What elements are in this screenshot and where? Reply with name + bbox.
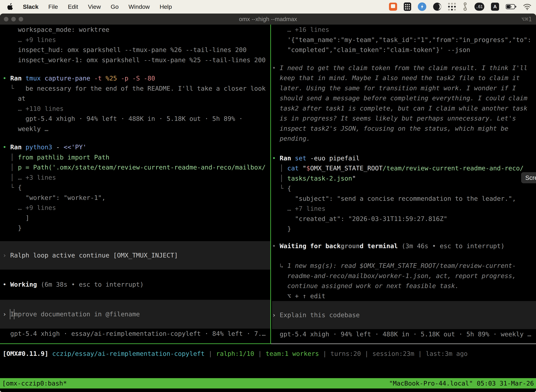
- terminal-line: inspect_hud: omx sparkshell --tmux-pane …: [3, 45, 270, 55]
- terminal-line: later. Using the same for transition mig…: [272, 83, 536, 93]
- terminal-line: task2 after task1 is complete, but can I…: [272, 103, 536, 113]
- wifi-icon[interactable]: [523, 3, 531, 10]
- terminal-line: inspect task2's JSON, focusing on the st…: [272, 123, 536, 134]
- spacer: [3, 65, 270, 73]
- terminal-line: │ from pathlib import Path: [3, 152, 270, 163]
- terminal-line: "created_at": "2026-03-31T11:59:27.816Z": [272, 214, 536, 224]
- active-pane-border: [0, 343, 271, 344]
- squiggle-icon[interactable]: [463, 2, 468, 11]
- ralph-loop-banner: › Ralph loop active continue [OMX_TMUX_I…: [0, 241, 270, 270]
- menu-item-edit[interactable]: Edit: [68, 3, 78, 10]
- terminal-line: … +7 lines: [272, 204, 536, 214]
- window-title-bar: omx --xhigh --madmax ⌥⌘1: [0, 14, 536, 25]
- session-status-line: gpt-5.4 xhigh · 94% left · 488K in · 5.1…: [272, 329, 536, 339]
- menu-item-help[interactable]: Help: [160, 3, 172, 10]
- menu-item-go[interactable]: Go: [111, 3, 119, 10]
- terminal-line: └ {: [272, 183, 536, 194]
- terminal-line: keep that in mind. Maybe I also need the…: [272, 73, 536, 83]
- spacer: [3, 134, 270, 142]
- terminal-line: gpt-5.4 xhigh · 94% left · 488K in · 5.1…: [3, 114, 270, 124]
- menu-bar-status-icons: ..61 A: [389, 0, 531, 13]
- zoom-button[interactable]: [19, 17, 23, 21]
- session-status-line: gpt-5.4 xhigh · essay/ai-reimplementatio…: [3, 329, 270, 339]
- chat-notification-icon[interactable]: [389, 3, 397, 11]
- terminal-line: … +9 lines: [3, 35, 270, 45]
- spacer: [272, 251, 536, 261]
- spacer: [3, 270, 270, 280]
- terminal-line: "worker": "worker-1",: [3, 193, 270, 203]
- ralph-loop-banner-text: › Ralph loop active continue [OMX_TMUX_I…: [3, 250, 270, 261]
- terminal-line: is in progress? It seems likely but perh…: [272, 113, 536, 123]
- tmux-pane-right[interactable]: … +16 lines '{"team_name":"my-team","tas…: [272, 25, 536, 339]
- spacer: [3, 233, 270, 241]
- waiting-status: • Waiting for background terminal (3m 46…: [272, 241, 536, 251]
- minimize-button[interactable]: [11, 17, 16, 21]
- terminal-line: should send a message before completing …: [272, 93, 536, 103]
- terminal-window: omx --xhigh --madmax ⌥⌘1 workspace_mode:…: [0, 14, 536, 392]
- app-menu-slack[interactable]: Slack: [23, 3, 38, 10]
- tmux-status-bar: [omx-cczip0:bash* "MacBook-Pro-44.local"…: [0, 378, 536, 388]
- window-title: omx --xhigh --madmax: [239, 16, 297, 23]
- apple-menu-icon[interactable]: [7, 3, 14, 10]
- prompt-input[interactable]: › Explain this codebase: [272, 301, 536, 329]
- keypad-icon[interactable]: [404, 2, 411, 11]
- badge-61[interactable]: ..61: [474, 3, 484, 11]
- edit-hint: ⌥ + ↑ edit: [272, 291, 536, 301]
- dots-grid-icon[interactable]: [448, 3, 456, 10]
- command-ran-python3: • Ran python3 - <<'PY': [3, 142, 270, 152]
- terminal-line: │ tasks/task-2.json": [272, 173, 536, 183]
- terminal-line: continue assigned work or next feasible …: [272, 281, 536, 291]
- spacer: [3, 289, 270, 300]
- command-ran-tmux: • Ran tmux capture-pane -t %25 -p -S -80: [3, 73, 270, 84]
- menu-item-file[interactable]: File: [48, 3, 58, 10]
- terminal-line: … +9 lines: [3, 203, 270, 213]
- terminal-line: ↳ 1 new msg(s): read $OMX_TEAM_STATE_ROO…: [272, 261, 536, 271]
- terminal-line: readme-and-reco/mailbox/worker-1.json, a…: [272, 271, 536, 281]
- menu-item-view[interactable]: View: [88, 3, 101, 10]
- terminal-line: pending.: [272, 134, 536, 144]
- terminal-line: at: [3, 93, 270, 104]
- omx-status-line: [OMX#0.11.9] cczip/essay/ai-reimplementa…: [3, 349, 468, 359]
- terminal-line: └ {: [3, 182, 270, 193]
- pane-divider[interactable]: [270, 25, 271, 344]
- terminal-line: }: [3, 223, 270, 233]
- prompt-input-text: › Explain this codebase: [272, 310, 536, 320]
- terminal-line: }: [272, 224, 536, 234]
- menu-bar: Slack FileEditViewGoWindowHelp ..61 A: [0, 0, 536, 13]
- thinking-text: • I need to get the claim token from the…: [272, 63, 536, 73]
- terminal-line: '{"team_name":"my-team","task_id":"1","f…: [272, 35, 536, 45]
- tmux-pane-left[interactable]: workspace_mode: worktree … +9 lines insp…: [0, 25, 270, 339]
- command-ran-set: • Ran set -euo pipefail: [272, 153, 536, 163]
- terminal-line: weekly …: [3, 124, 270, 134]
- tmux-host-clock: "MacBook-Pro-44.local" 05:03 31-Mar-26: [389, 378, 534, 388]
- terminal-line: │ … +3 lines: [3, 173, 270, 183]
- terminal-line: │ cat "$OMX_TEAM_STATE_ROOT/team/review-…: [272, 163, 536, 173]
- terminal-line: ]: [3, 213, 270, 223]
- spacer: [272, 144, 536, 153]
- terminal-body: workspace_mode: worktree … +9 lines insp…: [0, 25, 536, 392]
- terminal-line: inspect_worker-1: omx sparkshell --tmux-…: [3, 55, 270, 65]
- battery-charging-icon[interactable]: [506, 4, 516, 9]
- terminal-line: └ be necessary for the end of the README…: [3, 84, 270, 93]
- terminal-line: │ p = Path('.omx/state/team/review-curre…: [3, 162, 270, 173]
- window-shortcut: ⌥⌘1: [521, 16, 532, 23]
- screen-tooltip: Scre: [521, 172, 536, 183]
- terminal-line: "subject": "send a concise recommendatio…: [272, 194, 536, 204]
- menu-item-window[interactable]: Window: [129, 3, 150, 10]
- tmux-session-label: [omx-cczip0:bash*: [2, 378, 67, 388]
- terminal-line: workspace_mode: worktree: [3, 25, 270, 35]
- inactive-pane-border: [271, 344, 536, 344]
- terminal-line: … +16 lines: [272, 25, 536, 35]
- screen-tooltip-text: Scre: [525, 174, 536, 181]
- working-status: • Working (6m 38s • esc to interrupt): [3, 280, 270, 289]
- terminal-line: "completed","claim_token":"claim-token"}…: [272, 45, 536, 55]
- close-button[interactable]: [4, 17, 9, 21]
- text-replacement-icon[interactable]: A: [491, 3, 499, 11]
- prompt-input[interactable]: › Improve documentation in @filename: [0, 300, 270, 329]
- spacer: [272, 234, 536, 241]
- prompt-input-text: › Improve documentation in @filename: [3, 309, 270, 319]
- blue-bolt-icon[interactable]: [418, 2, 426, 11]
- spacer: [272, 55, 536, 63]
- crescent-icon[interactable]: [433, 2, 441, 11]
- terminal-line: … +110 lines: [3, 104, 270, 114]
